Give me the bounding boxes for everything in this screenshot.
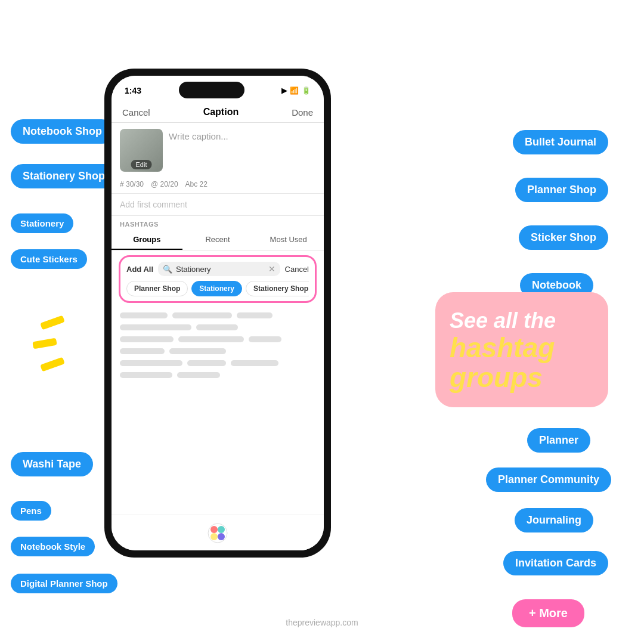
battery-icon: 🔋: [302, 86, 311, 95]
caption-title: Caption: [203, 107, 239, 117]
promo-line1: See all the: [450, 309, 594, 333]
notebook-style-tag[interactable]: Notebook Style: [11, 537, 95, 556]
dash-3: [40, 357, 65, 372]
mention-count: @ 20/20: [151, 180, 178, 188]
washi-tape-tag[interactable]: Washi Tape: [11, 452, 93, 476]
bullet-journal-tag[interactable]: Bullet Journal: [513, 130, 608, 154]
search-cancel-button[interactable]: Cancel: [285, 265, 309, 274]
stationery-tag[interactable]: Stationery: [11, 213, 73, 233]
planner-shop-right-tag[interactable]: Planner Shop: [515, 178, 608, 202]
search-input-wrapper[interactable]: 🔍 Stationery ✕: [158, 262, 280, 276]
blurred-row-5: [120, 360, 315, 366]
phone-frame: 1:43 ▶ 📶 🔋 Cancel Caption Done Edit Writ…: [104, 69, 331, 558]
wifi-icon: ▶: [281, 86, 287, 95]
hashtag-count: # 30/30: [120, 180, 144, 188]
comment-placeholder: Add first comment: [120, 200, 187, 209]
promo-line2: hashtag: [450, 333, 594, 363]
counter-row: # 30/30 @ 20/20 Abc 22: [112, 178, 324, 194]
promo-box: See all the hashtag groups: [435, 292, 608, 407]
blurred-row-6: [120, 372, 315, 378]
blur-3: [237, 312, 273, 318]
svg-point-1: [210, 526, 218, 533]
add-all-button[interactable]: Add All: [126, 265, 153, 274]
website-footer: thepreviewapp.com: [286, 618, 358, 627]
dynamic-island: [179, 82, 244, 98]
blur-15: [177, 372, 220, 378]
blur-6: [120, 336, 174, 342]
caption-placeholder: Write caption...: [169, 131, 228, 141]
blur-11: [120, 360, 182, 366]
statusbar: 1:43 ▶ 📶 🔋: [112, 76, 324, 102]
tab-bar: Groups Recent Most Used: [112, 230, 324, 250]
more-button[interactable]: + More: [512, 599, 584, 627]
svg-point-2: [218, 526, 225, 533]
pens-tag[interactable]: Pens: [11, 501, 51, 521]
tab-recent[interactable]: Recent: [182, 230, 253, 250]
pill-stationery-shop[interactable]: Stationery Shop: [246, 281, 309, 296]
notebook-shop-tag[interactable]: Notebook Shop: [11, 119, 114, 144]
search-clear-icon[interactable]: ✕: [268, 264, 275, 274]
blurred-row-4: [120, 348, 315, 354]
cute-stickers-tag[interactable]: Cute Stickers: [11, 249, 87, 269]
blur-9: [120, 348, 165, 354]
svg-point-3: [210, 533, 218, 540]
image-thumbnail[interactable]: Edit: [120, 129, 163, 172]
journaling-tag[interactable]: Journaling: [515, 508, 593, 532]
blur-13: [231, 360, 278, 366]
search-value: Stationery: [176, 265, 265, 274]
search-row: Add All 🔍 Stationery ✕ Cancel: [126, 262, 309, 276]
blurred-hashtag-list: [112, 308, 324, 389]
dash-2: [32, 338, 57, 349]
svg-point-0: [208, 524, 227, 543]
search-icon: 🔍: [163, 265, 172, 274]
blur-8: [249, 336, 281, 342]
app-icon: [207, 522, 228, 544]
blur-12: [187, 360, 226, 366]
pill-stationery[interactable]: Stationery: [191, 281, 242, 296]
comment-row[interactable]: Add first comment: [112, 194, 324, 216]
blurred-row-2: [120, 324, 315, 330]
caption-bar: Cancel Caption Done: [112, 102, 324, 123]
caption-input[interactable]: Write caption...: [169, 129, 315, 141]
blur-2: [172, 312, 232, 318]
svg-point-4: [218, 533, 225, 540]
sticker-shop-tag[interactable]: Sticker Shop: [519, 225, 608, 250]
cancel-button[interactable]: Cancel: [122, 107, 150, 117]
stationery-shop-tag[interactable]: Stationery Shop: [11, 164, 117, 188]
done-button[interactable]: Done: [292, 107, 313, 117]
planner-tag[interactable]: Planner: [527, 428, 590, 453]
status-icons: ▶ 📶 🔋: [281, 86, 311, 95]
status-time: 1:43: [125, 86, 141, 95]
bottom-nav: [112, 515, 324, 550]
signal-icon: 📶: [290, 86, 299, 95]
blur-10: [169, 348, 226, 354]
edit-label[interactable]: Edit: [131, 160, 152, 169]
blur-5: [196, 324, 238, 330]
dash-1: [40, 315, 65, 330]
search-group-area: Add All 🔍 Stationery ✕ Cancel Planner Sh…: [119, 255, 317, 303]
image-caption-area: Edit Write caption...: [112, 123, 324, 178]
tab-groups[interactable]: Groups: [112, 230, 182, 250]
pill-planner-shop[interactable]: Planner Shop: [126, 281, 188, 296]
blur-14: [120, 372, 172, 378]
blur-4: [120, 324, 191, 330]
promo-line3: groups: [450, 363, 594, 393]
blurred-row-3: [120, 336, 315, 342]
tab-most-used[interactable]: Most Used: [253, 230, 324, 250]
hashtags-label: HASHTAGS: [112, 216, 324, 230]
char-count: Abc 22: [185, 180, 208, 188]
group-pills: Planner Shop Stationery Stationery Shop …: [126, 281, 309, 296]
blurred-row-1: [120, 312, 315, 318]
phone-screen: 1:43 ▶ 📶 🔋 Cancel Caption Done Edit Writ…: [112, 76, 324, 550]
invitation-cards-tag[interactable]: Invitation Cards: [503, 551, 608, 575]
digital-planner-shop-tag[interactable]: Digital Planner Shop: [11, 574, 117, 593]
blur-7: [178, 336, 244, 342]
blur-1: [120, 312, 168, 318]
planner-community-tag[interactable]: Planner Community: [486, 467, 611, 492]
